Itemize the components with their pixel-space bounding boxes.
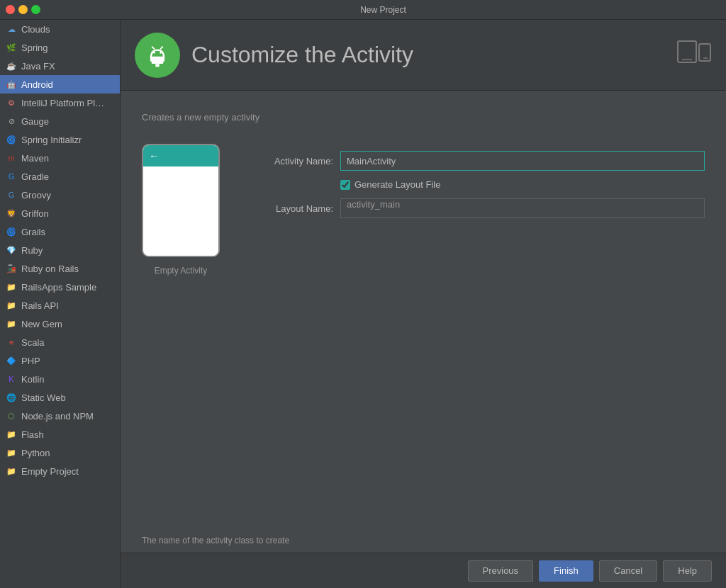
sidebar-label-gradle: Gradle — [21, 171, 49, 182]
svg-rect-7 — [152, 56, 164, 63]
svg-point-2 — [160, 51, 162, 53]
sidebar-item-python[interactable]: 📁Python — [0, 443, 120, 462]
sidebar-item-ruby[interactable]: 💎Ruby — [0, 241, 120, 259]
sidebar-label-railsapps: RailsApps Sample — [21, 282, 96, 293]
nodejs-icon: ⬡ — [6, 410, 17, 422]
sidebar-label-android: Android — [21, 79, 53, 90]
layout-name-row: Layout Name: activity_main — [248, 198, 705, 218]
activity-name-row: Activity Name: — [248, 151, 705, 171]
sidebar-label-spring-init: Spring Initializr — [21, 135, 82, 145]
phone-back-icon: ← — [149, 150, 159, 162]
sidebar: ☁Clouds🌿Spring☕Java FX🤖Android⚙IntelliJ … — [0, 20, 121, 588]
generate-layout-row: Generate Layout File — [248, 179, 705, 190]
sidebar-item-javafx[interactable]: ☕Java FX — [0, 57, 120, 75]
finish-button[interactable]: Finish — [539, 560, 593, 582]
close-button[interactable] — [6, 5, 15, 14]
sidebar-label-ruby: Ruby — [21, 245, 43, 256]
sidebar-item-static-web[interactable]: 🌐Static Web — [0, 388, 120, 407]
sidebar-item-intellij[interactable]: ⚙IntelliJ Platform Pl… — [0, 94, 120, 112]
spring-init-icon: 🌀 — [6, 134, 17, 145]
maximize-button[interactable] — [31, 5, 40, 14]
sidebar-label-python: Python — [21, 448, 50, 458]
sidebar-item-php[interactable]: 🔷PHP — [0, 351, 120, 370]
sidebar-label-scala: Scala — [21, 337, 45, 348]
sidebar-item-gauge[interactable]: ⊘Gauge — [0, 112, 120, 130]
previous-button[interactable]: Previous — [468, 560, 534, 582]
creates-text: Creates a new empty activity — [142, 112, 705, 123]
sidebar-label-static-web: Static Web — [21, 392, 66, 403]
sidebar-label-griffon: Griffon — [21, 208, 49, 219]
sidebar-item-kotlin[interactable]: KKotlin — [0, 370, 120, 388]
grails-icon: 🌀 — [6, 226, 17, 237]
svg-rect-9 — [157, 63, 160, 67]
content-body: Creates a new empty activity ← Empty Act… — [121, 91, 726, 553]
help-button[interactable]: Help — [663, 560, 712, 582]
devices-icon — [676, 38, 712, 72]
sidebar-label-new-gem: New Gem — [21, 319, 62, 329]
sidebar-item-new-gem[interactable]: 📁New Gem — [0, 315, 120, 333]
content-area: Customize the Activity Creates a new emp… — [121, 20, 726, 588]
svg-point-0 — [142, 40, 173, 71]
cancel-button[interactable]: Cancel — [599, 560, 657, 582]
page-title: Customize the Activity — [191, 42, 413, 68]
minimize-button[interactable] — [18, 5, 28, 14]
sidebar-item-android[interactable]: 🤖Android — [0, 75, 120, 94]
sidebar-label-javafx: Java FX — [21, 61, 55, 72]
kotlin-icon: K — [6, 373, 17, 385]
railsapps-icon: 📁 — [6, 281, 17, 293]
griffon-icon: 🦁 — [6, 208, 17, 219]
sidebar-item-railsapps[interactable]: 📁RailsApps Sample — [0, 278, 120, 296]
new-gem-icon: 📁 — [6, 318, 17, 329]
activity-name-input[interactable] — [340, 151, 705, 171]
sidebar-item-ruby-on-rails[interactable]: 🚂Ruby on Rails — [0, 259, 120, 278]
sidebar-item-empty-project[interactable]: 📁Empty Project — [0, 462, 120, 480]
sidebar-item-groovy[interactable]: GGroovy — [0, 186, 120, 204]
ruby-icon: 💎 — [6, 244, 17, 256]
help-text: The name of the activity class to create — [142, 528, 705, 545]
sidebar-item-spring-init[interactable]: 🌀Spring Initializr — [0, 130, 120, 149]
sidebar-item-griffon[interactable]: 🦁Griffon — [0, 204, 120, 222]
scala-icon: ≡ — [6, 337, 17, 348]
sidebar-item-maven[interactable]: mMaven — [0, 149, 120, 167]
rails-api-icon: 📁 — [6, 300, 17, 311]
android-icon: 🤖 — [6, 79, 17, 90]
sidebar-item-grails[interactable]: 🌀Grails — [0, 222, 120, 241]
groovy-icon: G — [6, 189, 17, 200]
phone-status-bar: ← — [143, 145, 218, 166]
spring-icon: 🌿 — [6, 42, 17, 53]
javafx-icon: ☕ — [6, 60, 17, 72]
maven-icon: m — [6, 152, 17, 164]
sidebar-item-flash[interactable]: 📁Flash — [0, 425, 120, 443]
sidebar-label-flash: Flash — [21, 429, 44, 440]
sidebar-item-gradle[interactable]: GGradle — [0, 167, 120, 186]
ruby-on-rails-icon: 🚂 — [6, 263, 17, 274]
activity-name-label: Activity Name: — [248, 156, 333, 166]
sidebar-item-nodejs[interactable]: ⬡Node.js and NPM — [0, 407, 120, 425]
sidebar-label-gauge: Gauge — [21, 116, 49, 127]
phone-label: Empty Activity — [155, 266, 208, 276]
clouds-icon: ☁ — [6, 23, 17, 35]
generate-layout-checkbox[interactable] — [340, 180, 350, 190]
phone-body — [143, 166, 218, 256]
sidebar-item-clouds[interactable]: ☁Clouds — [0, 20, 120, 38]
sidebar-label-spring: Spring — [21, 43, 48, 53]
sidebar-label-php: PHP — [21, 356, 40, 366]
intellij-icon: ⚙ — [6, 97, 17, 108]
sidebar-label-groovy: Groovy — [21, 190, 51, 200]
window-controls[interactable] — [6, 5, 40, 14]
svg-rect-8 — [155, 63, 157, 67]
form-area: Activity Name: Generate Layout File Layo… — [248, 151, 705, 218]
sidebar-item-scala[interactable]: ≡Scala — [0, 333, 120, 351]
layout-name-label: Layout Name: — [248, 203, 333, 214]
sidebar-item-rails-api[interactable]: 📁Rails API — [0, 296, 120, 315]
sidebar-label-nodejs: Node.js and NPM — [21, 411, 94, 422]
php-icon: 🔷 — [6, 355, 17, 366]
sidebar-item-spring[interactable]: 🌿Spring — [0, 38, 120, 57]
content-header: Customize the Activity — [121, 20, 726, 91]
gauge-icon: ⊘ — [6, 115, 17, 127]
title-bar: New Project — [0, 0, 726, 20]
sidebar-label-clouds: Clouds — [21, 24, 50, 35]
sidebar-label-intellij: IntelliJ Platform Pl… — [21, 98, 104, 108]
content-middle: ← Empty Activity Activity Name: Generate… — [142, 144, 705, 276]
sidebar-label-grails: Grails — [21, 227, 45, 237]
